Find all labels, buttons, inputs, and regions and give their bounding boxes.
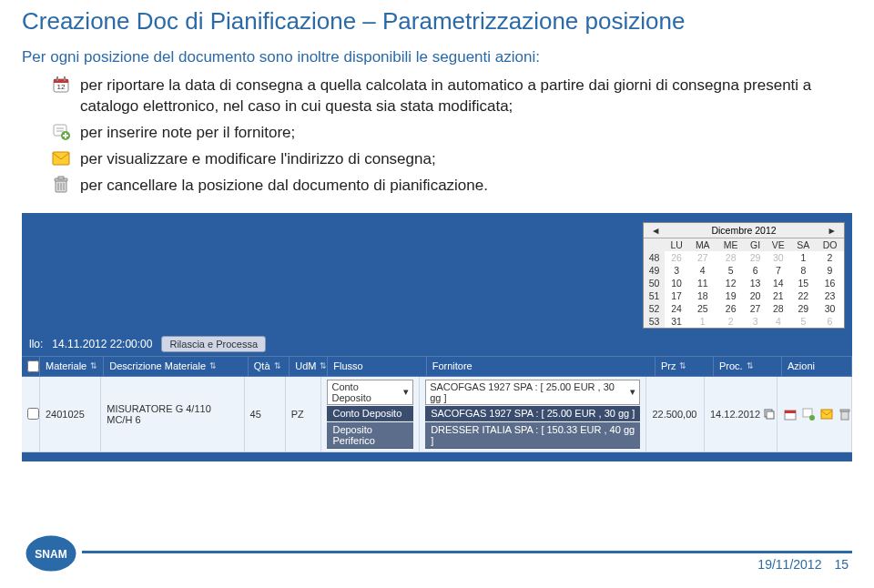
info-row: llo: 14.11.2012 22:00:00 Rilascia e Proc… xyxy=(22,332,852,356)
copy-icon[interactable] xyxy=(764,407,775,421)
llo-label: llo: xyxy=(29,338,43,350)
envelope-icon xyxy=(51,149,71,167)
action-item: per inserire note per il fornitore; xyxy=(51,123,852,144)
col-descrizione[interactable]: Descrizione Materiale xyxy=(109,360,206,371)
row-checkbox[interactable] xyxy=(27,408,39,420)
select-all-checkbox[interactable] xyxy=(27,360,39,372)
svg-rect-2 xyxy=(56,76,58,81)
calendar-next-icon[interactable]: ► xyxy=(824,225,840,236)
fornitore-option[interactable]: DRESSER ITALIA SPA : [ 150.33 EUR , 40 g… xyxy=(425,422,640,449)
col-proc[interactable]: Proc. xyxy=(719,360,743,371)
cell-materiale: 2401025 xyxy=(40,377,101,451)
svg-rect-19 xyxy=(767,411,774,419)
sort-icon[interactable]: ⇅ xyxy=(747,361,754,370)
svg-text:12: 12 xyxy=(57,83,66,91)
calendar-icon[interactable] xyxy=(783,407,798,421)
chevron-down-icon: ▾ xyxy=(403,386,409,398)
embedded-screenshot: ◄ Dicembre 2012 ► LUMAMEGIVESADO 4826272… xyxy=(22,213,852,461)
calendar-grid[interactable]: LUMAMEGIVESADO 4826272829301249345678950… xyxy=(644,238,844,328)
action-item: 12 per riportare la data di consegna a q… xyxy=(51,76,852,117)
fornitore-option[interactable]: SACOFGAS 1927 SPA : [ 25.00 EUR , 30 gg … xyxy=(425,406,640,421)
cell-qta: 45 xyxy=(245,377,286,451)
col-materiale[interactable]: Materiale xyxy=(46,360,86,371)
action-item: per cancellare la posizione dal document… xyxy=(51,176,852,197)
calendar-popup[interactable]: ◄ Dicembre 2012 ► LUMAMEGIVESADO 4826272… xyxy=(643,222,845,329)
flusso-option[interactable]: Conto Deposito xyxy=(327,406,413,421)
trash-icon[interactable] xyxy=(838,407,852,421)
table-row: 2401025 MISURATORE G 4/110 MC/H 6 45 PZ … xyxy=(22,377,852,452)
sort-icon[interactable]: ⇅ xyxy=(679,361,686,370)
calendar-prev-icon[interactable]: ◄ xyxy=(647,225,664,236)
svg-rect-11 xyxy=(53,152,69,165)
footer-date: 19/11/2012 xyxy=(757,557,821,572)
action-text: per riportare la data di consegna a quel… xyxy=(80,76,852,117)
footer-page: 15 xyxy=(834,557,849,572)
svg-text:SNAM: SNAM xyxy=(35,548,66,561)
col-flusso[interactable]: Flusso xyxy=(333,360,362,371)
trash-icon xyxy=(51,176,71,194)
svg-rect-26 xyxy=(840,410,849,411)
col-azioni: Azioni xyxy=(788,360,815,371)
cell-descrizione: MISURATORE G 4/110 MC/H 6 xyxy=(101,377,244,451)
svg-rect-21 xyxy=(785,411,796,413)
svg-point-23 xyxy=(809,415,815,421)
col-prz[interactable]: Prz xyxy=(661,360,676,371)
sort-icon[interactable]: ⇅ xyxy=(90,361,97,370)
table-header: Materiale⇅ Descrizione Materiale⇅ Qtà⇅ U… xyxy=(22,356,852,377)
note-plus-icon xyxy=(51,123,71,141)
calendar-month-label: Dicembre 2012 xyxy=(711,225,776,236)
chevron-down-icon: ▾ xyxy=(630,386,635,398)
action-text: per inserire note per il fornitore; xyxy=(80,123,852,144)
action-item: per visualizzare e modificare l'indirizz… xyxy=(51,149,852,170)
page-title: Creazione Doc di Pianificazione – Parame… xyxy=(22,7,852,35)
actions-list: 12 per riportare la data di consegna a q… xyxy=(22,76,852,197)
cell-proc: 14.12.2012 xyxy=(710,409,760,420)
llo-value: 14.11.2012 22:00:00 xyxy=(52,338,152,350)
svg-rect-25 xyxy=(841,411,849,420)
footer-divider xyxy=(82,551,852,553)
sort-icon[interactable]: ⇅ xyxy=(274,361,281,370)
fornitore-select[interactable]: SACOFGAS 1927 SPA : [ 25.00 EUR , 30 gg … xyxy=(425,380,640,405)
flusso-select[interactable]: Conto Deposito ▾ xyxy=(327,380,413,405)
footer: SNAM 19/11/2012 15 xyxy=(0,537,874,588)
col-qta[interactable]: Qtà xyxy=(254,360,270,371)
snam-logo: SNAM xyxy=(25,535,76,575)
calendar-icon: 12 xyxy=(51,76,71,94)
action-text: per visualizzare e modificare l'indirizz… xyxy=(80,149,852,170)
envelope-icon[interactable] xyxy=(819,407,834,421)
sort-icon[interactable]: ⇅ xyxy=(209,361,217,370)
flusso-option[interactable]: Deposito Periferico xyxy=(327,422,413,449)
svg-rect-14 xyxy=(58,177,64,179)
note-plus-icon[interactable] xyxy=(801,407,816,421)
col-udm[interactable]: UdM xyxy=(295,360,316,371)
cell-prz: 22.500,00 xyxy=(646,377,705,451)
svg-rect-3 xyxy=(64,76,66,81)
action-text: per cancellare la posizione dal document… xyxy=(80,176,852,197)
cell-udm: PZ xyxy=(286,377,322,451)
rilascia-processa-button[interactable]: Rilascia e Processa xyxy=(161,336,266,352)
col-fornitore[interactable]: Fornitore xyxy=(432,360,473,371)
sort-icon[interactable]: ⇅ xyxy=(320,361,327,370)
svg-rect-24 xyxy=(821,410,832,419)
intro-text: Per ogni posizione del documento sono in… xyxy=(22,48,852,66)
